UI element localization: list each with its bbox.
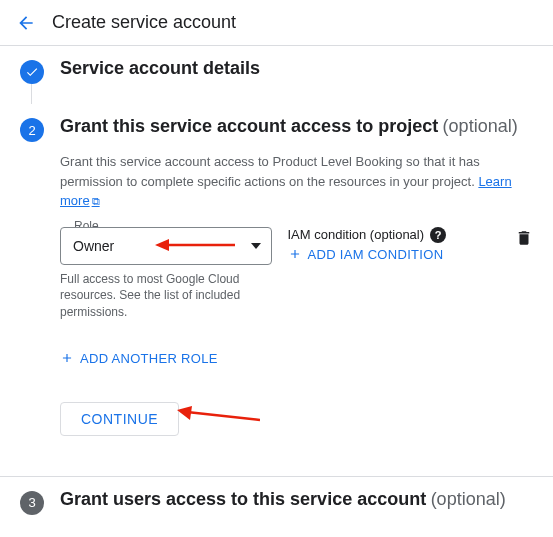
chevron-down-icon [251,243,261,249]
check-icon [25,65,39,79]
svg-marker-3 [177,406,192,420]
step-connector [31,84,553,104]
step2-description: Grant this service account access to Pro… [60,152,533,211]
plus-icon [288,247,302,261]
external-link-icon: ⧉ [92,195,100,207]
role-dropdown[interactable]: Owner [60,227,272,265]
plus-icon [60,351,74,365]
add-another-role-button[interactable]: ADD ANOTHER ROLE [60,351,533,366]
role-value: Owner [73,238,114,254]
help-icon[interactable]: ? [430,227,446,243]
arrow-back-icon [16,13,36,33]
step3-icon: 3 [20,491,44,515]
step2-title: Grant this service account access to pro… [60,116,438,136]
step1-done-icon [20,60,44,84]
annotation-arrow-2 [175,400,260,430]
add-iam-condition-button[interactable]: ADD IAM CONDITION [288,247,500,262]
page-title: Create service account [52,12,236,33]
delete-role-button[interactable] [515,227,533,247]
step2-icon: 2 [20,118,44,142]
continue-button[interactable]: CONTINUE [60,402,179,436]
step2-optional: (optional) [443,116,518,136]
back-button[interactable] [16,13,36,33]
iam-condition-label: IAM condition (optional) ? [288,227,500,243]
step3-title[interactable]: Grant users access to this service accou… [60,489,426,509]
role-help-text: Full access to most Google Cloud resourc… [60,271,260,321]
trash-icon [515,229,533,247]
svg-line-2 [187,412,260,420]
role-field: Role Owner Full access to most Google Cl… [60,227,272,321]
step3-optional: (optional) [431,489,506,509]
step1-title[interactable]: Service account details [60,58,260,79]
